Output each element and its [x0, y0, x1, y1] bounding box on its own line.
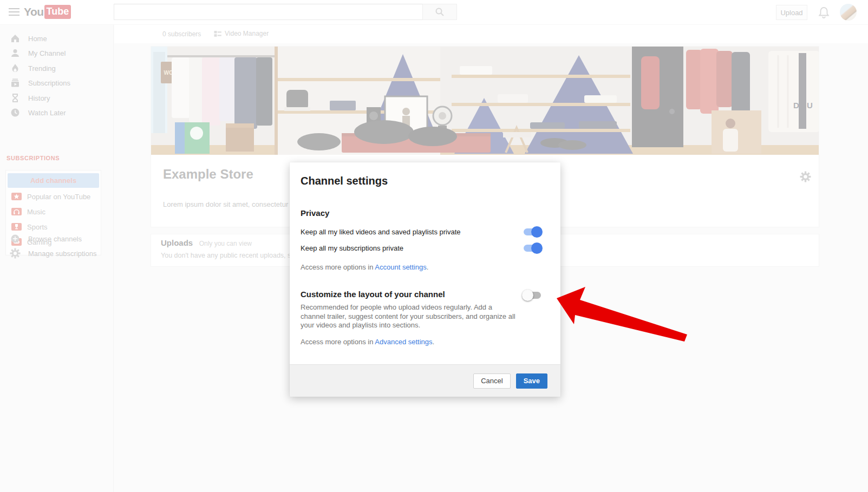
- top-header: You Tube Upload: [0, 0, 868, 25]
- save-button[interactable]: Save: [516, 373, 547, 389]
- privacy-row-subscriptions: Keep all my subscriptions private: [301, 241, 550, 254]
- gear-icon: [10, 248, 21, 259]
- popular-star-icon: [11, 193, 22, 200]
- person-icon: [10, 48, 21, 58]
- sidebar-item-home[interactable]: Home: [0, 31, 113, 45]
- layout-access-more: Access more options in Advanced settings…: [301, 338, 550, 346]
- youtube-logo[interactable]: You Tube: [24, 5, 71, 19]
- video-manager-label: Video Manager: [225, 30, 269, 37]
- trophy-icon: [11, 223, 22, 231]
- customize-layout-toggle[interactable]: [523, 290, 542, 301]
- sidebar-item-subscriptions[interactable]: Subscriptions: [0, 76, 113, 90]
- liked-videos-private-toggle[interactable]: [523, 226, 542, 238]
- sidebar-item-label: Watch Later: [28, 109, 66, 117]
- subscriptions-section-header: SUBSCRIPTIONS: [6, 155, 60, 161]
- sidebar-item-label: Trending: [28, 64, 56, 73]
- video-manager-link[interactable]: Video Manager: [214, 30, 269, 37]
- sidebar-item-label: Home: [28, 35, 47, 43]
- privacy-access-more: Access more options in Account settings.: [301, 263, 550, 271]
- privacy-heading: Privacy: [301, 208, 550, 219]
- svg-text:D U: D U: [793, 101, 815, 110]
- sidebar: Home My Channel Trending Subscriptions H…: [0, 25, 114, 492]
- upload-button[interactable]: Upload: [776, 5, 807, 20]
- hamburger-menu-icon[interactable]: [9, 8, 19, 17]
- search-button[interactable]: [422, 4, 457, 20]
- layout-section-row: Customize the layout of your channel: [301, 288, 550, 301]
- sidebar-item-music[interactable]: Music: [11, 204, 98, 219]
- customize-layout-description: Recommended for people who upload videos…: [301, 303, 517, 330]
- sidebar-item-browse-channels[interactable]: Browse channels: [0, 232, 113, 246]
- sidebar-item-trending[interactable]: Trending: [0, 61, 113, 75]
- logo-text-tube: Tube: [44, 5, 71, 19]
- modal-footer: Cancel Save: [290, 364, 560, 397]
- channel-settings-modal: Channel settings Privacy Keep all my lik…: [290, 162, 560, 397]
- sidebar-item-label: Manage subscriptions: [28, 250, 96, 258]
- account-settings-link[interactable]: Account settings: [375, 263, 426, 271]
- search-bar: [114, 4, 457, 20]
- logo-text-you: You: [24, 5, 44, 18]
- channel-label: Music: [27, 208, 45, 216]
- sidebar-item-label: My Channel: [28, 49, 66, 57]
- access-more-suffix: .: [433, 338, 435, 346]
- plus-circle-icon: [10, 233, 21, 244]
- channel-title: Example Store: [163, 167, 253, 182]
- clock-icon: [10, 107, 21, 118]
- channel-label: Sports: [27, 223, 48, 231]
- add-channels-button[interactable]: Add channels: [8, 173, 99, 188]
- access-more-suffix: .: [427, 263, 429, 271]
- subscriber-count: 0 subscribers: [162, 30, 201, 38]
- sidebar-item-manage-subscriptions[interactable]: Manage subscriptions: [0, 246, 113, 260]
- search-icon: [435, 7, 445, 17]
- privacy-row-liked-videos: Keep all my liked videos and saved playl…: [301, 225, 550, 238]
- channel-label: Popular on YouTube: [27, 193, 90, 201]
- advanced-settings-link[interactable]: Advanced settings: [375, 338, 432, 346]
- toggle-label: Keep all my subscriptions private: [301, 244, 403, 252]
- search-input[interactable]: [114, 4, 423, 20]
- sidebar-item-label: Subscriptions: [28, 79, 70, 87]
- channel-toolbar: 0 subscribers Video Manager: [114, 25, 868, 43]
- sidebar-item-watch-later[interactable]: Watch Later: [0, 106, 113, 120]
- sidebar-item-history[interactable]: History: [0, 91, 113, 105]
- sidebar-item-my-channel[interactable]: My Channel: [0, 46, 113, 60]
- sidebar-item-label: Browse channels: [28, 235, 82, 243]
- sidebar-item-label: History: [28, 94, 50, 102]
- toggle-label: Keep all my liked videos and saved playl…: [301, 228, 461, 236]
- channel-settings-gear-icon[interactable]: [800, 171, 811, 182]
- video-manager-icon: [214, 30, 221, 37]
- uploads-title: Uploads: [161, 238, 193, 247]
- cancel-button[interactable]: Cancel: [473, 373, 510, 389]
- access-more-prefix: Access more options in: [301, 338, 375, 346]
- modal-title: Channel settings: [301, 174, 550, 187]
- flame-icon: [10, 63, 21, 74]
- channel-banner: WOODS: [151, 47, 819, 155]
- notifications-bell-icon[interactable]: [818, 6, 830, 18]
- headphones-icon: [11, 208, 22, 215]
- subscriptions-icon: [10, 77, 21, 88]
- subscriptions-private-toggle[interactable]: [523, 242, 542, 254]
- customize-layout-heading: Customize the layout of your channel: [301, 288, 445, 300]
- sidebar-item-popular-on-youtube[interactable]: Popular on YouTube: [11, 189, 98, 204]
- uploads-visibility: Only you can view: [199, 240, 252, 247]
- hourglass-icon: [10, 93, 21, 103]
- access-more-prefix: Access more options in: [301, 263, 375, 271]
- user-avatar[interactable]: [840, 4, 857, 21]
- home-icon: [10, 33, 21, 44]
